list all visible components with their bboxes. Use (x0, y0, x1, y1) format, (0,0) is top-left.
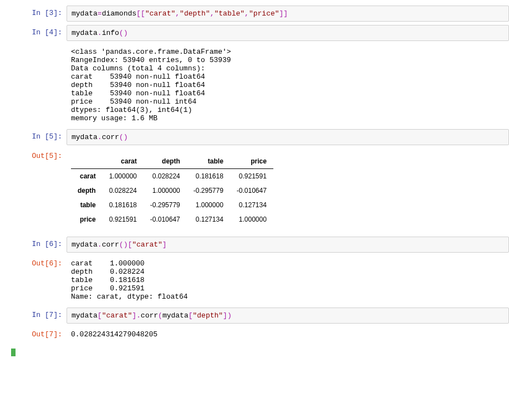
output-7: 0.028224314279048205 (67, 327, 509, 342)
token: ]] (279, 9, 288, 18)
token: mydata (72, 311, 98, 320)
col-header: depth (144, 154, 187, 169)
cell-value: 0.181618 (103, 198, 144, 212)
token: "carat" (102, 311, 133, 320)
prompt-in-4: In [4]: (11, 25, 67, 41)
cell-in-4: In [4]: mydata.info() (11, 25, 509, 41)
cell-out-7: Out[7]: 0.028224314279048205 (11, 327, 509, 342)
prompt-in-6: In [6]: (11, 237, 67, 253)
cell-value: 1.000000 (144, 183, 187, 198)
cell-value: 0.921591 (230, 169, 273, 184)
prompt-in-7: In [7]: (11, 308, 67, 324)
token: mydata (72, 240, 98, 249)
token: ]. (132, 311, 141, 320)
cell-in-7: In [7]: mydata["carat"].corr(mydata["dep… (11, 308, 509, 324)
token: mydata (72, 133, 98, 141)
prompt-out-7: Out[7]: (11, 327, 67, 342)
token: () (119, 133, 128, 141)
token: = (98, 9, 102, 18)
cell-out-4: <class 'pandas.core.frame.DataFrame'> Ra… (11, 44, 509, 126)
token: , (175, 9, 180, 18)
token: "depth" (193, 311, 223, 320)
col-header: table (187, 154, 230, 169)
token: mydata (162, 311, 189, 320)
cell-out-6: Out[6]: carat 1.000000 depth 0.028224 ta… (11, 256, 509, 304)
cell-value: -0.295779 (144, 198, 187, 212)
code-input-3[interactable]: mydata=diamonds[["carat","depth","table"… (67, 6, 509, 22)
token: . (98, 133, 102, 141)
token: [[ (136, 9, 145, 18)
row-header: depth (71, 183, 103, 198)
cell-value: 0.181618 (187, 169, 230, 184)
cell-value: 1.000000 (230, 212, 273, 227)
table-row: price0.921591-0.0106470.1271341.000000 (71, 212, 273, 227)
token: , (210, 9, 215, 18)
prompt-out-6: Out[6]: (11, 256, 67, 304)
prompt-in-3: In [3]: (11, 6, 67, 22)
corr-table: caratdepthtablepricecarat1.0000000.02822… (71, 154, 273, 227)
cell-value: 0.127134 (230, 198, 273, 212)
output-6: carat 1.000000 depth 0.028224 table 0.18… (67, 256, 509, 304)
prompt-in-5: In [5]: (11, 129, 67, 145)
cell-value: 0.127134 (187, 212, 230, 227)
cell-in-3: In [3]: mydata=diamonds[["carat","depth"… (11, 6, 509, 22)
cell-value: 0.028224 (144, 169, 187, 184)
active-cell-indicator (11, 349, 16, 356)
token: "carat" (145, 9, 176, 18)
row-header: table (71, 198, 103, 212)
cell-value: -0.010647 (230, 183, 273, 198)
token: mydata (72, 9, 98, 18)
token: () (119, 29, 128, 37)
token: . (98, 240, 102, 249)
cell-value: 1.000000 (187, 198, 230, 212)
cell-value: 1.000000 (103, 169, 144, 184)
token: "depth" (180, 9, 210, 18)
row-header: carat (71, 169, 103, 184)
token: "carat" (132, 240, 162, 249)
cell-value: 0.028224 (103, 183, 144, 198)
prompt-empty (11, 44, 67, 126)
cell-out-5: Out[5]: caratdepthtablepricecarat1.00000… (11, 148, 509, 233)
cell-value: -0.295779 (187, 183, 230, 198)
token: ()[ (119, 240, 132, 249)
token: mydata (72, 29, 98, 37)
token: ]) (223, 311, 232, 320)
table-row: depth0.0282241.000000-0.295779-0.010647 (71, 183, 273, 198)
code-input-5[interactable]: mydata.corr() (67, 129, 509, 145)
token: corr (102, 133, 119, 141)
token: "table" (215, 9, 245, 18)
prompt-out-5: Out[5]: (11, 148, 67, 233)
code-input-6[interactable]: mydata.corr()["carat"] (67, 237, 509, 253)
table-row: carat1.0000000.0282240.1816180.921591 (71, 169, 273, 184)
cell-value: 0.921591 (103, 212, 144, 227)
output-5: caratdepthtablepricecarat1.0000000.02822… (67, 148, 509, 233)
token: [ (189, 311, 193, 320)
token: info (102, 29, 119, 37)
row-header: price (71, 212, 103, 227)
cell-value: -0.010647 (144, 212, 187, 227)
col-header: carat (103, 154, 144, 169)
token: corr (141, 311, 158, 320)
token: ( (158, 311, 162, 320)
token: diamonds (102, 9, 136, 18)
token: [ (98, 311, 102, 320)
token: ] (162, 240, 167, 249)
table-row: table0.181618-0.2957791.0000000.127134 (71, 198, 273, 212)
token: corr (102, 240, 119, 249)
token: "price" (249, 9, 279, 18)
token: . (98, 29, 102, 37)
cell-in-5: In [5]: mydata.corr() (11, 129, 509, 145)
cell-in-6: In [6]: mydata.corr()["carat"] (11, 237, 509, 253)
code-input-7[interactable]: mydata["carat"].corr(mydata["depth"]) (67, 308, 509, 324)
code-input-4[interactable]: mydata.info() (67, 25, 509, 41)
token: , (245, 9, 249, 18)
output-4: <class 'pandas.core.frame.DataFrame'> Ra… (67, 44, 509, 126)
col-header: price (230, 154, 273, 169)
